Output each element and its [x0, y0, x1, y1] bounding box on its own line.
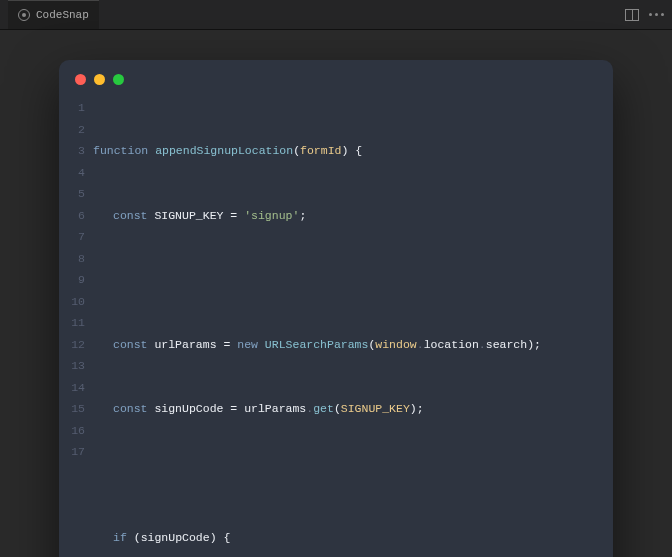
camera-icon — [18, 9, 30, 21]
editor-titlebar: CodeSnap — [0, 0, 672, 30]
code-line: const urlParams = new URLSearchParams(wi… — [93, 334, 597, 356]
window-controls — [59, 74, 613, 97]
tab-codesnap[interactable]: CodeSnap — [8, 0, 99, 29]
preview-stage: 1 2 3 4 5 6 7 8 9 10 11 12 13 14 15 16 1… — [0, 30, 672, 557]
split-editor-icon[interactable] — [625, 9, 639, 21]
tab-label: CodeSnap — [36, 9, 89, 21]
code-snippet-card: 1 2 3 4 5 6 7 8 9 10 11 12 13 14 15 16 1… — [59, 60, 613, 557]
code-block: 1 2 3 4 5 6 7 8 9 10 11 12 13 14 15 16 1… — [59, 97, 613, 557]
line-gutter: 1 2 3 4 5 6 7 8 9 10 11 12 13 14 15 16 1… — [59, 97, 93, 463]
code-line: if (signUpCode) { — [93, 527, 597, 549]
maximize-icon[interactable] — [113, 74, 124, 85]
code-line: const SIGNUP_KEY = 'signup'; — [93, 205, 597, 227]
code-line: function appendSignupLocation(formId) { — [93, 140, 597, 162]
source-lines: function appendSignupLocation(formId) { … — [93, 97, 613, 557]
code-line: const signUpCode = urlParams.get(SIGNUP_… — [93, 398, 597, 420]
minimize-icon[interactable] — [94, 74, 105, 85]
code-line — [93, 463, 597, 485]
code-line — [93, 269, 597, 291]
more-icon[interactable] — [649, 13, 664, 16]
titlebar-actions — [625, 9, 664, 21]
close-icon[interactable] — [75, 74, 86, 85]
